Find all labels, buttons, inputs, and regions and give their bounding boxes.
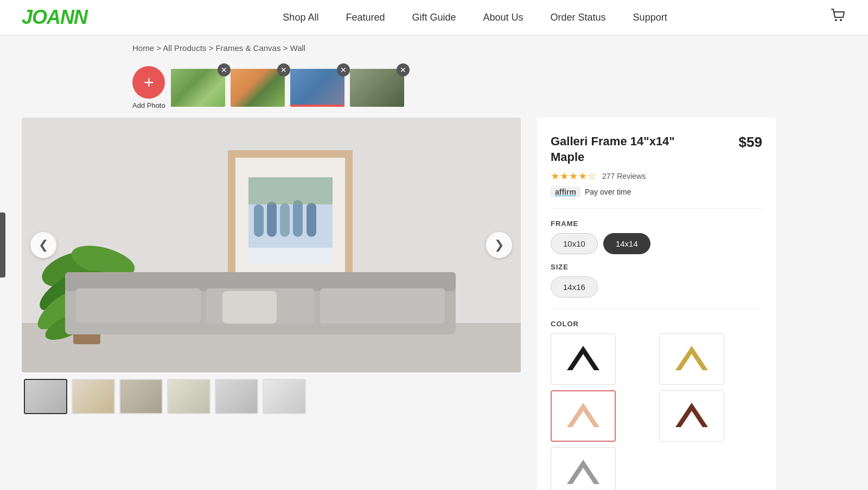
photo-thumb-1[interactable]: ✕ xyxy=(171,69,225,107)
main-product-image: ❮ ❯ xyxy=(22,118,521,372)
add-photo-button[interactable]: + Add Photo xyxy=(132,66,165,109)
photo-image-2 xyxy=(231,69,285,107)
svg-rect-22 xyxy=(307,203,316,237)
header: JOANN Shop All Featured Gift Guide About… xyxy=(0,0,868,35)
frame-option-10x10[interactable]: 10x10 xyxy=(551,233,598,254)
size-option-14x16[interactable]: 14x16 xyxy=(551,276,598,298)
svg-marker-32 xyxy=(675,346,708,370)
remove-photo-3[interactable]: ✕ xyxy=(337,63,350,76)
product-details-panel: Galleri Frame 14"x14" Maple $59 ★★★★☆ 27… xyxy=(537,118,776,490)
nav-support[interactable]: Support xyxy=(633,12,667,23)
thumbnail-3[interactable] xyxy=(119,379,163,414)
photo-upload-row: + Add Photo ✕ ✕ ✕ ✕ xyxy=(0,61,868,118)
remove-photo-4[interactable]: ✕ xyxy=(397,63,410,76)
nav-gift-guide[interactable]: Gift Guide xyxy=(412,12,456,23)
size-label: SIZE xyxy=(551,263,762,271)
product-images: ❮ ❯ xyxy=(22,118,521,490)
frame-label: FRAME xyxy=(551,220,762,228)
affirm-text: Pay over time xyxy=(585,188,631,196)
remove-photo-2[interactable]: ✕ xyxy=(277,63,290,76)
room-scene-svg xyxy=(22,118,521,372)
svg-rect-23 xyxy=(248,248,333,264)
svg-rect-26 xyxy=(65,272,456,291)
svg-rect-24 xyxy=(248,177,333,204)
color-swatch-gold[interactable] xyxy=(659,333,724,385)
affirm-row: affirm Pay over time xyxy=(551,186,762,197)
size-options: 14x16 xyxy=(551,276,762,298)
reviews-row: ★★★★☆ 277 Reviews xyxy=(551,170,762,182)
add-photo-label: Add Photo xyxy=(132,101,165,109)
prev-image-button[interactable]: ❮ xyxy=(30,232,56,258)
review-count[interactable]: 277 Reviews xyxy=(602,172,646,180)
svg-rect-18 xyxy=(254,204,264,237)
svg-point-0 xyxy=(835,19,837,21)
divider-2 xyxy=(551,308,762,309)
photo-thumb-3[interactable]: ✕ xyxy=(290,69,344,107)
product-title-row: Galleri Frame 14"x14" Maple $59 xyxy=(551,134,762,165)
divider-1 xyxy=(551,208,762,209)
thumbnail-4[interactable] xyxy=(167,379,210,414)
svg-marker-31 xyxy=(567,346,599,370)
svg-marker-34 xyxy=(675,403,708,427)
svg-rect-19 xyxy=(267,202,277,237)
thumbnail-6[interactable] xyxy=(263,379,306,414)
add-photo-circle: + xyxy=(132,66,165,99)
breadcrumb: Home > All Products > Frames & Canvas > … xyxy=(0,35,868,61)
affirm-logo[interactable]: affirm xyxy=(551,186,580,197)
svg-marker-35 xyxy=(567,460,599,484)
svg-rect-29 xyxy=(320,288,445,324)
color-swatches xyxy=(551,333,762,490)
sidebar-bar xyxy=(0,212,5,278)
color-swatch-silver[interactable] xyxy=(551,447,616,490)
product-area: ❮ ❯ Galleri Frame 14"x14" Maple $59 ★★★★… xyxy=(0,118,868,490)
svg-rect-20 xyxy=(280,203,290,237)
cart-icon[interactable] xyxy=(830,8,846,28)
color-swatch-walnut[interactable] xyxy=(659,390,724,442)
thumbnail-1[interactable] xyxy=(24,379,67,414)
nav-featured[interactable]: Featured xyxy=(346,12,385,23)
thumbnail-2[interactable] xyxy=(72,379,115,414)
svg-rect-30 xyxy=(222,291,277,324)
photo-thumb-4[interactable]: ✕ xyxy=(350,69,404,107)
star-rating: ★★★★☆ xyxy=(551,170,597,182)
color-swatch-black[interactable] xyxy=(551,333,616,385)
color-label: COLOR xyxy=(551,320,762,328)
nav-about-us[interactable]: About Us xyxy=(483,12,524,23)
product-price: $59 xyxy=(739,134,762,151)
photo-image-3 xyxy=(290,69,344,107)
main-nav: Shop All Featured Gift Guide About Us Or… xyxy=(120,12,830,23)
frame-option-14x14[interactable]: 14x14 xyxy=(603,233,650,254)
thumbnail-5[interactable] xyxy=(215,379,258,414)
frame-options: 10x10 14x14 xyxy=(551,233,762,254)
photo-image-4 xyxy=(350,69,404,107)
nav-shop-all[interactable]: Shop All xyxy=(283,12,318,23)
logo[interactable]: JOANN xyxy=(22,6,87,29)
svg-point-1 xyxy=(840,19,842,21)
thumbnail-strip xyxy=(22,379,521,414)
product-title: Galleri Frame 14"x14" Maple xyxy=(551,134,692,165)
photo-image-1 xyxy=(171,69,225,107)
next-image-button[interactable]: ❯ xyxy=(486,232,512,258)
remove-photo-1[interactable]: ✕ xyxy=(218,63,231,76)
svg-marker-33 xyxy=(567,403,599,427)
photo-thumb-2[interactable]: ✕ xyxy=(231,69,285,107)
nav-order-status[interactable]: Order Status xyxy=(551,12,606,23)
svg-rect-27 xyxy=(76,288,201,324)
svg-rect-21 xyxy=(293,200,303,237)
color-swatch-maple[interactable] xyxy=(551,390,616,442)
